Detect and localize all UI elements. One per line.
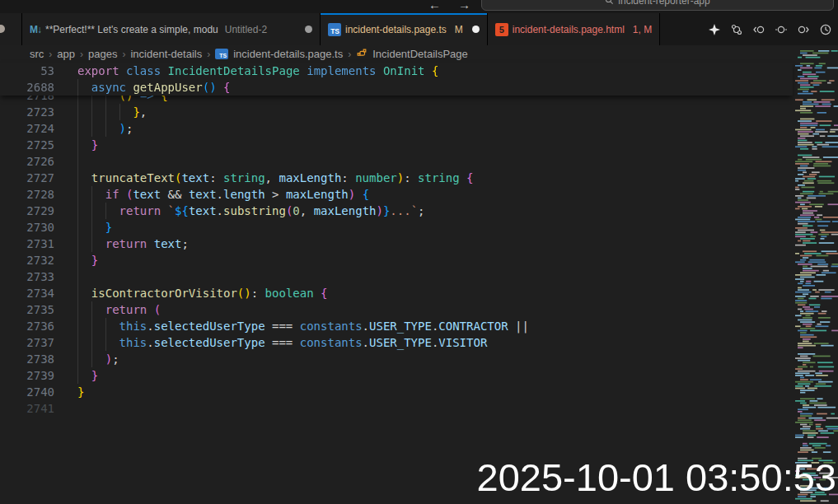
code-line: 2724); <box>0 120 793 137</box>
code-line: 2738); <box>0 351 793 367</box>
code-line: 2733 <box>0 268 793 285</box>
code-token: : <box>251 287 265 300</box>
line-number: 2735 <box>0 301 54 318</box>
line-number: 2723 <box>0 104 54 120</box>
code-token: ) <box>349 188 355 201</box>
tab-html[interactable]: 5incident-details.page.html1, M <box>488 13 660 45</box>
line-number: 2724 <box>0 120 54 137</box>
code-token <box>147 303 153 316</box>
code-token: USER_TYPE <box>369 320 432 333</box>
indent-guides <box>77 96 119 104</box>
code-line: 2736this.selectedUserType === constants.… <box>0 318 793 334</box>
minimap[interactable] <box>793 45 838 504</box>
code-token: maxLength <box>286 188 349 201</box>
code-token: > <box>265 188 286 201</box>
code-token: { <box>161 96 167 102</box>
code-token: OnInit <box>383 64 425 77</box>
code-token: ) <box>397 171 404 184</box>
code-token: } <box>105 221 112 234</box>
code-line: 2740} <box>0 384 793 400</box>
sticky-scroll: 53export class IncidentDetailsPage imple… <box>0 63 793 96</box>
code-token: } <box>91 369 98 382</box>
code-line: 2734isContractorOrVisitor(): boolean { <box>0 285 793 301</box>
code-line: 2726 <box>0 153 793 170</box>
code-line: 2732} <box>0 252 793 268</box>
indent-guides <box>77 104 133 120</box>
partial-line-clip: 2718() => { <box>0 96 793 104</box>
line-number: 2731 <box>0 236 54 252</box>
breadcrumb-segment[interactable]: app <box>57 48 75 60</box>
dirty-dot[interactable] <box>305 26 312 33</box>
breadcrumb-segment[interactable]: incident-details <box>130 48 202 60</box>
breadcrumb-separator: › <box>207 49 210 60</box>
nav-back-button[interactable]: ← <box>428 0 441 12</box>
code-lines: 2723},2724);2725}27262727truncateText(te… <box>0 104 793 417</box>
code-text: } <box>77 367 98 384</box>
breadcrumb-symbol[interactable]: IncidentDetailsPage <box>372 48 468 60</box>
typescript-icon: TS <box>215 49 228 59</box>
indent-guides <box>77 301 105 318</box>
code-token <box>300 64 307 77</box>
line-number: 2728 <box>0 186 54 203</box>
adjacent-editor-group-stub[interactable] <box>0 13 22 45</box>
indent-guides <box>77 252 91 268</box>
code-token: text <box>189 188 217 201</box>
code-text: }, <box>77 104 147 120</box>
code-token: === <box>265 336 300 349</box>
breadcrumb-segment[interactable]: pages <box>88 48 117 60</box>
code-token: . <box>363 336 369 349</box>
code-token: getAppUser <box>133 81 202 94</box>
line-number: 2740 <box>0 384 54 400</box>
breadcrumb-segment[interactable]: src <box>30 48 44 60</box>
compare-changes-icon[interactable] <box>730 23 743 36</box>
code-text: return ( <box>77 301 161 318</box>
dirty-dot[interactable] <box>472 26 480 33</box>
code-token <box>460 171 466 184</box>
breadcrumb-separator: › <box>348 49 351 60</box>
next-change-icon[interactable] <box>797 23 810 36</box>
code-token: text <box>189 204 217 217</box>
code-line: 53export class IncidentDetailsPage imple… <box>0 63 793 79</box>
line-number: 53 <box>0 63 54 79</box>
line-number: 2727 <box>0 170 54 186</box>
line-number: 2734 <box>0 285 54 301</box>
tab-untitled[interactable]: M↓**Perfect!** Let's create a simple, mo… <box>22 13 321 45</box>
dirty-dot <box>0 25 5 33</box>
code-token: { <box>363 188 369 201</box>
code-text: () => { <box>77 96 168 104</box>
code-token: CONTRACTOR <box>438 320 508 333</box>
search-icon <box>605 0 614 5</box>
code-text: if (text && text.length > maxLength) { <box>77 186 369 203</box>
code-line: 2688async getAppUser() { <box>0 79 793 96</box>
nav-forward-button[interactable]: → <box>458 0 470 12</box>
previous-change-icon[interactable] <box>752 23 765 36</box>
go-to-change-icon[interactable] <box>775 23 788 36</box>
indent-guides <box>77 79 91 96</box>
breadcrumb-separator: › <box>80 49 83 60</box>
code-token: ; <box>181 237 188 250</box>
code-editor[interactable]: 53export class IncidentDetailsPage imple… <box>0 63 793 504</box>
timeline-icon[interactable] <box>819 23 832 36</box>
code-token: isContractorOrVisitor <box>91 287 237 300</box>
code-text: export class IncidentDetailsPage impleme… <box>77 63 438 79</box>
copilot-sparkle-icon[interactable] <box>708 23 721 36</box>
code-token: : <box>209 171 223 184</box>
code-token: ${ <box>175 204 189 217</box>
line-number: 2736 <box>0 318 54 334</box>
code-token: { <box>466 171 473 184</box>
code-token: constants <box>300 320 363 333</box>
command-center-search[interactable]: incident-reporter-app <box>481 0 834 11</box>
code-token: } <box>77 385 84 399</box>
line-number: 2688 <box>0 79 54 96</box>
code-line: 2739} <box>0 367 793 384</box>
indent-guides <box>77 285 91 301</box>
code-token: ) <box>119 122 126 135</box>
markdown-icon: M↓ <box>30 24 41 35</box>
code-token: constants <box>300 336 363 349</box>
code-text: } <box>77 252 98 268</box>
code-token: ) <box>244 287 250 300</box>
tab-ts[interactable]: TSincident-details.page.tsM <box>321 13 488 45</box>
html-icon: 5 <box>495 23 508 36</box>
breadcrumb-file[interactable]: incident-details.page.ts <box>233 48 343 60</box>
indent-guides <box>77 186 105 203</box>
